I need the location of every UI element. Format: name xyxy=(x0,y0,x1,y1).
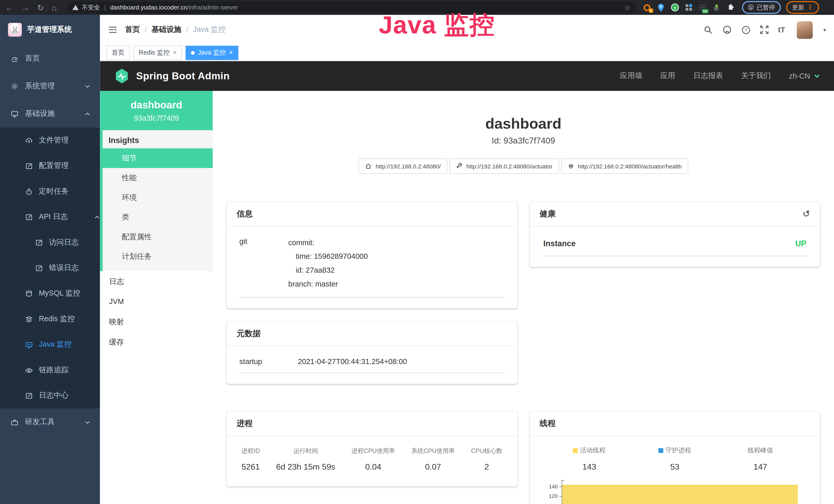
browser-back-icon[interactable]: ← xyxy=(5,3,13,11)
sba-instance-header[interactable]: dashboard 93a3fc7f7409 xyxy=(100,91,213,130)
info-card-body: git commit: time: 1596289704000 id: 27aa… xyxy=(226,226,517,308)
health-url: http://192.168.0.2:48080/actuator/health xyxy=(578,163,682,169)
sidebar-item-trace[interactable]: 链路追踪 xyxy=(0,358,100,383)
browser-forward-icon[interactable]: → xyxy=(21,3,29,11)
sidebar-item-home[interactable]: 首页 xyxy=(0,45,100,72)
stat-value: 53 xyxy=(632,462,718,472)
tab-label: Redis 监控 xyxy=(139,48,170,57)
browser-refresh-icon[interactable]: ↻ xyxy=(37,3,44,11)
sba-item-caches[interactable]: 缓存 xyxy=(100,332,213,352)
sba-nav-applications[interactable]: 应用 xyxy=(660,71,675,81)
sidebar-item-mysql-monitor[interactable]: MySQL 监控 xyxy=(0,281,100,306)
stat-header: 线程峰值 xyxy=(718,446,803,455)
sidebar-item-api-logs[interactable]: API 日志 xyxy=(0,204,100,230)
chrome-update-chip[interactable]: 更新 ⋮ xyxy=(786,1,819,14)
sidebar-item-access-logs[interactable]: 访问日志 xyxy=(0,230,100,255)
sba-nav-journal[interactable]: 日志报表 xyxy=(693,71,723,81)
sidebar-item-label: API 日志 xyxy=(39,212,68,222)
extension-pin-icon[interactable] xyxy=(657,3,665,12)
sidebar-item-infrastructure[interactable]: 基础设施 xyxy=(0,100,100,128)
sidebar-item-java-monitor[interactable]: Java 监控 xyxy=(0,332,100,357)
svg-text:y: y xyxy=(674,5,676,10)
app-title: 芋道管理系统 xyxy=(27,25,72,35)
sba-brand-name: Spring Boot Admin xyxy=(136,70,229,82)
tags-view-bar: 首页 Redis 监控 × Java 监控 × xyxy=(100,45,834,61)
sba-item-config-props[interactable]: 配置属性 xyxy=(103,227,213,247)
sidebar-item-scheduled-jobs[interactable]: 定时任务 xyxy=(0,179,100,204)
security-warning-icon[interactable] xyxy=(72,5,79,10)
security-label[interactable]: 不安全 xyxy=(82,3,100,11)
sidebar-item-label: 错误日志 xyxy=(49,263,79,273)
sba-item-loggers[interactable]: 日志 xyxy=(100,271,213,292)
extension-green-y-icon[interactable]: y xyxy=(671,3,679,12)
breadcrumb: 首页 / 基础设施 / Java 监控 xyxy=(125,25,226,35)
tab-close-icon[interactable]: × xyxy=(173,49,177,56)
font-size-icon[interactable]: tT xyxy=(778,25,785,34)
sidebar-item-redis-monitor[interactable]: Redis 监控 xyxy=(0,306,100,332)
sba-item-jvm[interactable]: JVM xyxy=(100,292,213,312)
service-url: http://192.168.0.2:48080/ xyxy=(375,163,440,169)
extension-grid-icon[interactable] xyxy=(684,3,693,12)
sidebar-item-label: 访问日志 xyxy=(49,238,79,247)
paused-label: 已暂停 xyxy=(757,3,775,11)
bookmark-star-icon[interactable]: ☆ xyxy=(624,3,631,11)
sidebar-item-label: 日志中心 xyxy=(39,391,69,400)
app-logo-row[interactable]: 🐰 芋道管理系统 xyxy=(0,15,100,45)
user-avatar[interactable] xyxy=(797,21,813,39)
breadcrumb-home[interactable]: 首页 xyxy=(125,25,140,35)
threads-stats: 活动线程 143 守护进程 53 线程峰值 xyxy=(542,445,807,472)
sba-language-select[interactable]: zh-CN xyxy=(789,72,820,81)
git-branch-line: branch: master xyxy=(288,277,504,291)
health-card-body: Instance UP xyxy=(529,226,820,267)
extension-list-on-icon[interactable]: on xyxy=(698,3,707,12)
tab-close-icon[interactable]: × xyxy=(229,49,233,56)
chevron-down-icon xyxy=(85,83,90,89)
github-icon[interactable] xyxy=(722,25,732,35)
tab-redis-monitor[interactable]: Redis 监控 × xyxy=(134,45,182,60)
paused-chip[interactable]: 😲 已暂停 xyxy=(742,1,781,14)
health-url-button[interactable]: http://192.168.0.2:48080/actuator/health xyxy=(561,158,688,174)
history-icon[interactable]: ↺ xyxy=(803,209,810,219)
sba-brand[interactable]: Spring Boot Admin xyxy=(114,68,229,84)
sidebar-item-system-mgmt[interactable]: 系统管理 xyxy=(0,72,100,100)
sba-nav-about[interactable]: 关于我们 xyxy=(741,71,771,81)
breadcrumb-infrastructure[interactable]: 基础设施 xyxy=(152,25,181,35)
extension-orange-icon[interactable]: 1 xyxy=(643,3,651,12)
health-card-header: 健康 ↺ xyxy=(529,202,820,226)
sba-content: dashboard Id: 93a3fc7f7409 http://192.16… xyxy=(213,91,834,504)
sba-item-beans[interactable]: 类 xyxy=(103,207,213,227)
sidebar-item-dev-tools[interactable]: 研发工具 xyxy=(0,408,100,436)
help-icon[interactable]: ? xyxy=(741,25,750,34)
sba-sidebar: dashboard 93a3fc7f7409 Insights 细节 性能 环境… xyxy=(100,91,213,504)
sidebar-item-error-logs[interactable]: 错误日志 xyxy=(0,255,100,281)
tab-home[interactable]: 首页 xyxy=(106,45,130,60)
health-card: 健康 ↺ Instance UP xyxy=(529,202,820,267)
sba-item-environment[interactable]: 环境 xyxy=(103,188,213,207)
sidebar-item-file-management[interactable]: 文件管理 xyxy=(0,128,100,153)
actuator-url-button[interactable]: http://192.168.0.2:48080/actuator xyxy=(449,158,559,174)
sidebar-item-label: 基础设施 xyxy=(25,109,55,119)
fullscreen-icon[interactable] xyxy=(760,25,768,34)
browser-menu-icon[interactable]: ⋮ xyxy=(807,4,813,11)
browser-toolbar: ← → ↻ ⌂ 不安全 dashboard.yudao.iocoder.cn/i… xyxy=(0,0,834,15)
search-icon[interactable] xyxy=(704,25,712,34)
browser-extensions: 1 y on xyxy=(643,3,734,12)
user-menu-caret-icon[interactable]: ▾ xyxy=(824,27,826,33)
hamburger-icon[interactable] xyxy=(108,25,117,35)
extension-leaf-icon[interactable] xyxy=(712,3,721,12)
address-bar[interactable]: 不安全 dashboard.yudao.iocoder.cn/infra/adm… xyxy=(67,2,636,13)
extensions-puzzle-icon[interactable] xyxy=(726,3,734,12)
sba-nav-wall[interactable]: 应用墙 xyxy=(620,71,642,81)
sba-item-metrics[interactable]: 性能 xyxy=(103,168,213,188)
browser-home-icon[interactable]: ⌂ xyxy=(52,3,57,11)
extension-badge: 1 xyxy=(649,8,653,13)
sba-item-details[interactable]: 细节 xyxy=(100,148,213,168)
sidebar-item-config-management[interactable]: 配置管理 xyxy=(0,153,100,179)
health-instance-row[interactable]: Instance UP xyxy=(542,235,807,256)
service-url-button[interactable]: http://192.168.0.2:48080/ xyxy=(358,158,447,174)
sba-item-scheduled-tasks[interactable]: 计划任务 xyxy=(103,247,213,267)
tab-java-monitor[interactable]: Java 监控 × xyxy=(186,45,238,60)
stat-header: 运行时间 xyxy=(276,447,335,455)
sba-item-mappings[interactable]: 映射 xyxy=(100,312,213,332)
sidebar-item-log-center[interactable]: 日志中心 xyxy=(0,383,100,408)
